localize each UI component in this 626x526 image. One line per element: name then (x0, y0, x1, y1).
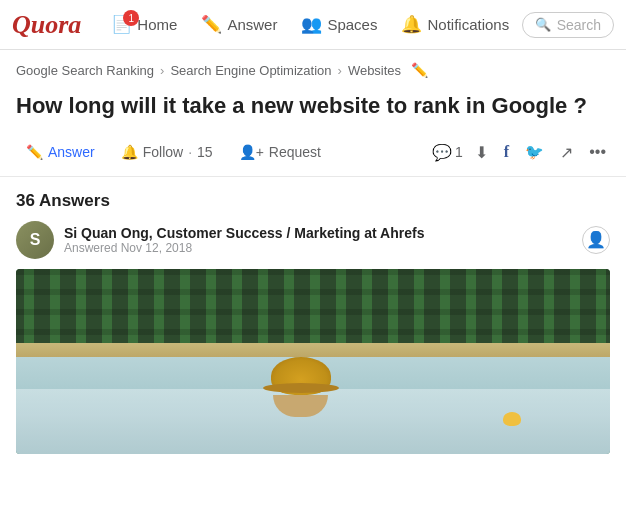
bell-icon: 🔔 (401, 14, 422, 35)
person-figure (271, 357, 331, 417)
spaces-icon: 👥 (301, 14, 322, 35)
facebook-icon[interactable]: f (500, 139, 513, 165)
follow-count-value: 15 (197, 144, 213, 160)
comment-icon: 💬 (432, 143, 452, 162)
hair (273, 395, 328, 417)
avatar: S (16, 221, 54, 259)
comment-button[interactable]: 💬 1 (432, 143, 463, 162)
request-icon: 👤+ (239, 144, 264, 160)
follow-author-icon: 👤 (586, 230, 606, 249)
nav-bar: 📄 Home 1 ✏️ Answer 👥 Spaces 🔔 Notificati… (101, 8, 521, 41)
action-right: 💬 1 ⬇ f 🐦 ↗ ••• (432, 139, 610, 166)
request-button[interactable]: 👤+ Request (229, 139, 331, 165)
breadcrumb-sep-2: › (338, 63, 342, 78)
breadcrumb-seo[interactable]: Search Engine Optimization (170, 63, 331, 78)
breadcrumb-sep-1: › (160, 63, 164, 78)
nav-label-spaces: Spaces (327, 16, 377, 33)
search-box[interactable]: 🔍 Search (522, 12, 614, 38)
nav-item-spaces[interactable]: 👥 Spaces (291, 8, 387, 41)
nav-label-answer: Answer (227, 16, 277, 33)
logo[interactable]: Quora (12, 10, 81, 40)
follow-icon: 🔔 (121, 144, 138, 160)
nav-item-home[interactable]: 📄 Home 1 (101, 8, 187, 41)
author-info: Si Quan Ong, Customer Success / Marketin… (64, 225, 424, 255)
search-placeholder: Search (557, 17, 601, 33)
answer-btn-label: Answer (48, 144, 95, 160)
breadcrumb-google-search-ranking[interactable]: Google Search Ranking (16, 63, 154, 78)
hat-brim (263, 383, 339, 393)
request-label: Request (269, 144, 321, 160)
share-icon[interactable]: ↗ (556, 139, 577, 166)
twitter-icon[interactable]: 🐦 (521, 139, 548, 165)
action-bar: ✏️ Answer 🔔 Follow · 15 👤+ Request 💬 1 ⬇… (0, 133, 626, 177)
answer-item: S Si Quan Ong, Customer Success / Market… (0, 221, 626, 454)
answer-image (16, 269, 610, 454)
nav-label-home: Home (137, 16, 177, 33)
edit-icon[interactable]: ✏️ (411, 62, 428, 78)
more-icon[interactable]: ••• (585, 139, 610, 165)
header: Quora 📄 Home 1 ✏️ Answer 👥 Spaces 🔔 Noti… (0, 0, 626, 50)
toy (503, 412, 521, 426)
answers-header: 36 Answers (0, 177, 626, 221)
comment-count-value: 1 (455, 144, 463, 160)
breadcrumbs: Google Search Ranking › Search Engine Op… (0, 50, 626, 84)
search-icon: 🔍 (535, 17, 551, 32)
answer-author: S Si Quan Ong, Customer Success / Market… (16, 221, 424, 259)
question-title: How long will it take a new website to r… (0, 84, 626, 133)
pool-scene (16, 269, 610, 454)
answer-icon: ✏️ (201, 14, 222, 35)
follow-author-button[interactable]: 👤 (582, 226, 610, 254)
nav-item-answer[interactable]: ✏️ Answer (191, 8, 287, 41)
downvote-icon[interactable]: ⬇ (471, 139, 492, 166)
answer-btn-icon: ✏️ (26, 144, 43, 160)
follow-label: Follow (143, 144, 183, 160)
hat (271, 357, 331, 395)
answer-button[interactable]: ✏️ Answer (16, 139, 105, 165)
author-name[interactable]: Si Quan Ong, Customer Success / Marketin… (64, 225, 424, 241)
answer-date: Answered Nov 12, 2018 (64, 241, 424, 255)
nav-label-notifications: Notifications (427, 16, 509, 33)
breadcrumb-websites[interactable]: Websites (348, 63, 401, 78)
answer-meta: S Si Quan Ong, Customer Success / Market… (16, 221, 610, 259)
follow-count: · (188, 144, 192, 160)
follow-button[interactable]: 🔔 Follow · 15 (111, 139, 223, 165)
nav-item-notifications[interactable]: 🔔 Notifications (391, 8, 519, 41)
